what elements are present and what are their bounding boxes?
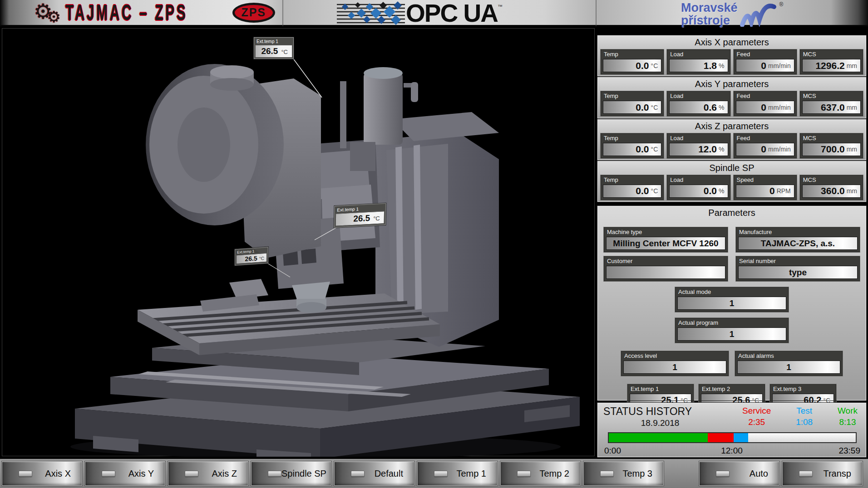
ext-temp-overlay-3: Ext.temp 1 26.5 °C (235, 247, 268, 265)
spindle-temp-field: Temp 0.0°C (600, 175, 664, 200)
button-temp-1[interactable]: Temp 1 (417, 461, 498, 486)
axis-z-temp-field: Temp 0.0°C (600, 133, 664, 159)
trademark-symbol: ™ (498, 4, 503, 9)
axis-y-load-field: Load 0.6% (666, 91, 730, 117)
status-legend: Service 2:35 Test 1:08 Work 8:13 (717, 405, 860, 428)
indicator-lamp (268, 471, 281, 477)
axis-y-temp-field: Temp 0.0°C (600, 91, 664, 117)
header: ⚙ ⚙ TAJMAC – ZPS ZPS (0, 0, 868, 26)
header-divider (282, 0, 283, 26)
actual-alarms-field: Actual alarms 1 (735, 351, 843, 376)
label-connector-lines (2, 29, 595, 457)
overlay-value: 26.5 °C (335, 211, 385, 226)
bottom-toolbar: Axis X Axis Y Axis Z Spindle SP Default … (0, 458, 868, 488)
tajmac-zps-logo: ⚙ ⚙ TAJMAC – ZPS ZPS (34, 0, 275, 25)
machine-3d-view[interactable]: Ext.temp 1 26.5 °C Ext.temp 1 26.5 °C Ex… (2, 28, 595, 456)
axis-y-feed-field: Feed 0mm/min (733, 91, 797, 117)
opc-diamonds-icon (337, 0, 405, 26)
customer-field: Customer (603, 256, 728, 282)
panel-title: Axis Z parameters (598, 121, 866, 132)
work-segment (609, 433, 708, 442)
actual-program-field: Actual program 1 (675, 317, 789, 343)
access-level-field: Access level 1 (621, 351, 729, 376)
axis-x-load-field: Load 1.8% (666, 49, 730, 75)
spindle-load-field: Load 0.0% (666, 175, 730, 200)
zps-badge: ZPS (232, 3, 275, 23)
gear-icon: ⚙ (47, 9, 60, 24)
parameters-panel: Parameters Machine type Milling Center M… (597, 206, 866, 400)
ext-temp-overlay-1: Ext.temp 1 26.5 °C (254, 37, 294, 59)
button-temp-2[interactable]: Temp 2 (500, 461, 581, 486)
status-date: 18.9.2018 (603, 418, 717, 428)
indicator-lamp (517, 471, 531, 477)
status-history-title: STATUS HISTORY (603, 405, 717, 418)
actual-mode-field: Actual mode 1 (675, 287, 789, 312)
service-segment (708, 433, 734, 442)
axis-x-panel: Axis X parameters Temp 0.0°C Load 1.8% F… (597, 35, 866, 76)
axis-x-temp-field: Temp 0.0°C (600, 49, 664, 75)
mp-line1: Moravské (681, 1, 738, 14)
indicator-lamp (102, 471, 115, 477)
axis-z-mcs-field: MCS 700.0mm (799, 133, 863, 159)
panel-title: Spindle SP (598, 163, 866, 173)
legend-test: Test 1:08 (796, 406, 813, 428)
overlay-value: 26.5 °C (236, 253, 267, 264)
overlay-value: 26.5 °C (255, 45, 292, 58)
mp-logo-text: Moravské přístroje (681, 1, 738, 27)
opc-ua-text: OPC UA (406, 0, 498, 28)
swoosh-icon (740, 2, 783, 27)
serial-number-field: Serial number type (735, 256, 860, 282)
axis-x-feed-field: Feed 0mm/min (733, 49, 797, 75)
indicator-lamp (799, 471, 813, 477)
timeline-labels: 0:00 12:00 23:59 (603, 446, 860, 457)
panel-title: Parameters (598, 208, 866, 218)
axis-z-load-field: Load 12.0% (666, 133, 730, 159)
axis-z-feed-field: Feed 0mm/min (733, 133, 797, 159)
button-default[interactable]: Default (334, 461, 414, 486)
opc-ua-logo: OPC UA ™ (337, 0, 503, 26)
indicator-lamp (600, 471, 614, 477)
status-timeline-bar (608, 432, 857, 443)
right-panel: Axis X parameters Temp 0.0°C Load 1.8% F… (597, 28, 866, 457)
indicator-lamp (716, 471, 730, 477)
button-axis-z[interactable]: Axis Z (168, 461, 248, 486)
mp-line2: přístroje (681, 14, 738, 27)
axis-x-mcs-field: MCS 1296.2mm (799, 49, 863, 75)
panel-title: Axis Y parameters (598, 79, 866, 89)
spindle-sp-panel: Spindle SP Temp 0.0°C Load 0.0% Speed 0R… (597, 161, 866, 202)
manufacture-field: Manufacture TAJMAC-ZPS, a.s. (735, 227, 860, 253)
axis-y-mcs-field: MCS 637.0mm (799, 91, 863, 117)
overlay-label: Ext.temp 1 (255, 39, 292, 45)
hmi-screen: ⚙ ⚙ TAJMAC – ZPS ZPS (0, 0, 868, 488)
header-divider (596, 0, 597, 26)
spindle-mcs-field: MCS 360.0mm (799, 175, 863, 200)
button-transp[interactable]: Transp (782, 461, 863, 486)
spindle-speed-field: Speed 0RPM (733, 175, 797, 200)
button-temp-3[interactable]: Temp 3 (583, 461, 664, 486)
status-history-panel: STATUS HISTORY 18.9.2018 Service 2:35 Te… (597, 403, 866, 457)
ext-temp-overlay-2: Ext.temp 1 26.5 °C (334, 203, 386, 228)
button-axis-x[interactable]: Axis X (2, 461, 82, 486)
indicator-lamp (351, 471, 365, 477)
indicator-lamp (185, 471, 198, 477)
moravske-pristroje-logo: Moravské přístroje ® (681, 1, 783, 27)
test-segment (734, 433, 749, 442)
button-auto[interactable]: Auto (699, 461, 779, 486)
indicator-lamp (19, 471, 32, 477)
panel-title: Axis X parameters (598, 37, 866, 48)
legend-service: Service 2:35 (742, 406, 771, 428)
legend-work: Work 8:13 (838, 406, 858, 428)
button-spindle-sp[interactable]: Spindle SP (251, 461, 331, 486)
machine-type-field: Machine type Milling Center MCFV 1260 (603, 227, 728, 253)
axis-z-panel: Axis Z parameters Temp 0.0°C Load 12.0% … (597, 119, 866, 160)
button-axis-y[interactable]: Axis Y (85, 461, 165, 486)
indicator-lamp (434, 471, 448, 477)
registered-symbol: ® (779, 1, 784, 8)
axis-y-panel: Axis Y parameters Temp 0.0°C Load 0.6% F… (597, 77, 866, 118)
tajmac-logo-text: TAJMAC – ZPS (65, 0, 193, 25)
